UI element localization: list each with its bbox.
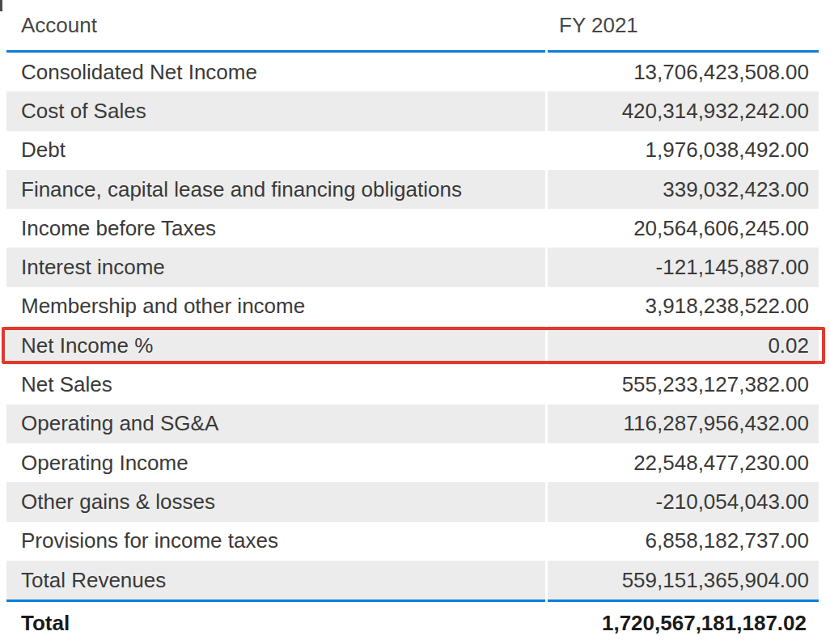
value-cell: 20,564,606,245.00 — [548, 209, 819, 248]
table-row[interactable]: Income before Taxes20,564,606,245.00 — [6, 209, 819, 248]
table-row[interactable]: Operating and SG&A116,287,956,432.00 — [6, 405, 819, 443]
column-header-account[interactable]: Account — [6, 0, 545, 53]
table-row[interactable]: Interest income-121,145,887.00 — [6, 248, 819, 286]
account-cell: Other gains & losses — [6, 482, 545, 521]
account-cell: Finance, capital lease and financing obl… — [6, 170, 545, 209]
value-cell: 555,233,127,382.00 — [548, 365, 819, 404]
value-cell: -121,145,887.00 — [548, 248, 819, 286]
account-cell: Consolidated Net Income — [6, 53, 545, 91]
total-value: 1,720,567,181,187.02 — [545, 602, 816, 644]
table-row[interactable]: Total Revenues559,151,365,904.00 — [6, 561, 819, 600]
account-cell: Cost of Sales — [6, 91, 545, 130]
total-label: Total — [6, 602, 545, 644]
value-cell: 116,287,956,432.00 — [548, 405, 819, 443]
account-cell: Operating Income — [6, 443, 545, 482]
value-cell: 0.02 — [548, 326, 819, 365]
screen-edge-artifact — [0, 0, 2, 11]
value-cell: -210,054,043.00 — [548, 482, 819, 521]
value-cell: 339,032,423.00 — [548, 170, 819, 209]
table-row[interactable]: Debt1,976,038,492.00 — [6, 131, 819, 170]
account-cell: Membership and other income — [6, 287, 545, 326]
table-row[interactable]: Operating Income22,548,477,230.00 — [6, 443, 819, 482]
table-row[interactable]: Consolidated Net Income13,706,423,508.00 — [6, 53, 819, 91]
table-row[interactable]: Other gains & losses-210,054,043.00 — [6, 482, 819, 521]
table-rows: Consolidated Net Income13,706,423,508.00… — [6, 53, 819, 600]
table-header-row: Account FY 2021 — [6, 0, 819, 53]
table-row[interactable]: Membership and other income3,918,238,522… — [6, 287, 819, 326]
table-row[interactable]: Provisions for income taxes6,858,182,737… — [6, 522, 819, 561]
value-cell: 559,151,365,904.00 — [548, 561, 819, 600]
value-cell: 13,706,423,508.00 — [548, 53, 819, 91]
account-cell: Debt — [6, 131, 545, 170]
value-cell: 3,918,238,522.00 — [548, 287, 819, 326]
table-total-row: Total 1,720,567,181,187.02 — [6, 602, 819, 644]
table-row[interactable]: Cost of Sales420,314,932,242.00 — [6, 91, 819, 130]
column-header-fy2021[interactable]: FY 2021 — [548, 0, 819, 53]
account-cell: Operating and SG&A — [6, 405, 545, 443]
account-cell: Total Revenues — [6, 561, 545, 600]
account-fy2021-table: Account FY 2021 Consolidated Net Income1… — [6, 0, 819, 644]
account-cell: Net Sales — [6, 365, 545, 404]
table-row[interactable]: Net Income %0.02 — [6, 326, 819, 365]
table-row[interactable]: Finance, capital lease and financing obl… — [6, 170, 819, 209]
account-cell: Net Income % — [6, 326, 545, 365]
value-cell: 22,548,477,230.00 — [548, 443, 819, 482]
account-cell: Income before Taxes — [6, 209, 545, 248]
value-cell: 420,314,932,242.00 — [548, 91, 819, 130]
table-row[interactable]: Net Sales555,233,127,382.00 — [6, 365, 819, 404]
value-cell: 1,976,038,492.00 — [548, 131, 819, 170]
account-cell: Provisions for income taxes — [6, 522, 545, 561]
account-cell: Interest income — [6, 248, 545, 286]
value-cell: 6,858,182,737.00 — [548, 522, 819, 561]
